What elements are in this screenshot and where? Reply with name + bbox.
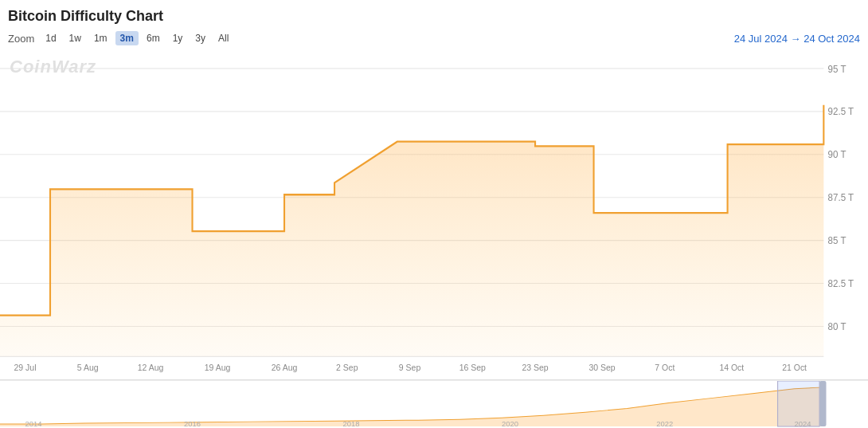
zoom-btn-6m[interactable]: 6m	[142, 31, 165, 45]
x-label-26aug: 26 Aug	[272, 362, 298, 372]
y-label-85t: 85 T	[828, 235, 846, 247]
zoom-btn-3y[interactable]: 3y	[190, 31, 210, 45]
chart-fill	[0, 105, 823, 356]
scroll-handle-right[interactable]	[819, 381, 826, 426]
mini-chart-wrapper[interactable]: 2014 2016 2018 2020 2022 2024	[0, 380, 868, 428]
x-label-7oct: 7 Oct	[655, 362, 674, 372]
x-label-9sep: 9 Sep	[399, 362, 420, 372]
main-chart-wrapper[interactable]: CoinWarz	[0, 50, 868, 380]
y-label-825t: 82.5 T	[828, 278, 854, 290]
chart-area: CoinWarz	[0, 50, 868, 428]
zoom-btn-1y[interactable]: 1y	[168, 31, 188, 45]
x-label-29jul: 29 Jul	[14, 362, 37, 372]
x-label-19aug: 19 Aug	[205, 362, 231, 372]
mini-x-2024: 2024	[795, 420, 811, 428]
mini-x-2022: 2022	[656, 420, 673, 428]
date-end: 24 Oct 2024	[803, 33, 860, 45]
page-container: Bitcoin Difficulty Chart Zoom 1d 1w 1m 3…	[0, 0, 868, 428]
x-label-14oct: 14 Oct	[719, 362, 744, 372]
y-label-95t: 95 T	[828, 63, 846, 75]
zoom-btn-1w[interactable]: 1w	[65, 31, 86, 45]
x-label-12aug: 12 Aug	[138, 362, 164, 372]
x-label-23sep: 23 Sep	[522, 362, 548, 372]
zoom-label: Zoom	[8, 33, 34, 45]
date-start: 24 Jul 2024	[734, 33, 788, 45]
mini-x-2014: 2014	[25, 420, 42, 428]
x-label-16sep: 16 Sep	[459, 362, 486, 372]
zoom-btn-3m[interactable]: 3m	[115, 31, 139, 45]
mini-x-2016: 2016	[184, 420, 201, 428]
zoom-btn-1m[interactable]: 1m	[89, 31, 112, 45]
watermark: CoinWarz	[10, 57, 96, 77]
zoom-btn-all[interactable]: All	[213, 31, 233, 45]
x-label-30sep: 30 Sep	[588, 362, 615, 372]
y-label-925t: 92.5 T	[828, 106, 854, 118]
mini-x-2020: 2020	[502, 420, 518, 428]
y-label-80t: 80 T	[828, 321, 846, 333]
y-label-875t: 87.5 T	[828, 192, 854, 204]
x-label-2sep: 2 Sep	[336, 362, 358, 372]
mini-chart-svg: 2014 2016 2018 2020 2022 2024	[0, 381, 868, 428]
main-chart-svg: 95 T 92.5 T 90 T 87.5 T 85 T 82.5 T 80 T…	[0, 50, 868, 379]
x-label-21oct: 21 Oct	[782, 362, 807, 372]
mini-x-2018: 2018	[343, 420, 360, 428]
date-range: 24 Jul 2024 → 24 Oct 2024	[734, 33, 860, 45]
zoom-bar: Zoom 1d 1w 1m 3m 6m 1y 3y All 24 Jul 202…	[0, 31, 868, 50]
chart-title: Bitcoin Difficulty Chart	[0, 8, 868, 31]
date-arrow: →	[791, 33, 804, 45]
zoom-btn-1d[interactable]: 1d	[41, 31, 61, 45]
y-label-90t: 90 T	[828, 149, 846, 161]
x-label-5aug: 5 Aug	[77, 362, 99, 372]
